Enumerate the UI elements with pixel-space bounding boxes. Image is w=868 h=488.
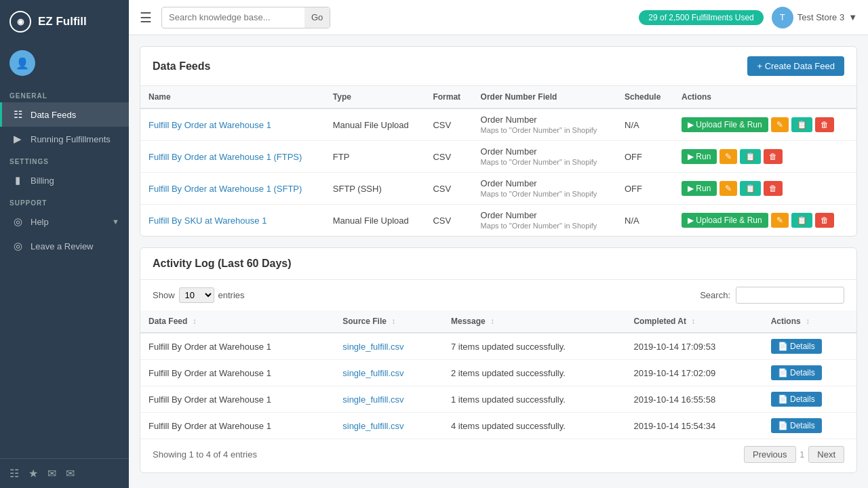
delete-button[interactable]: 🗑 (815, 117, 834, 132)
col-actions[interactable]: Actions ↕ (763, 310, 856, 333)
sidebar-item-running-fulfillments[interactable]: ▶ Running Fulfillments (0, 127, 129, 151)
feed-name-link[interactable]: Fulfill By Order at Warehouse 1 (SFTP) (149, 184, 302, 194)
bottom-icons: ☷ ★ ✉ ✉ (0, 458, 129, 488)
activity-feed: Fulfill By Order at Warehouse 1 (140, 413, 334, 439)
sidebar-item-leave-review[interactable]: ◎ Leave a Review (0, 234, 129, 258)
show-entries: Show 10 25 50 100 entries (153, 287, 245, 303)
copy-button[interactable]: 📋 (791, 213, 812, 228)
fulfillment-badge: 29 of 2,500 Fulfillments Used (639, 10, 763, 25)
feed-format: CSV (425, 141, 472, 173)
activity-actions: 📄 Details (763, 360, 856, 386)
action-buttons: ▶ Run ✎ 📋 🗑 (682, 181, 848, 196)
store-selector[interactable]: T Test Store 3 ▼ (772, 7, 857, 28)
col-data-feed[interactable]: Data Feed ↕ (140, 310, 334, 333)
col-source-file[interactable]: Source File ↕ (334, 310, 443, 333)
feed-actions: ▶ Upload File & Run ✎ 📋 🗑 (673, 205, 856, 237)
copy-button[interactable]: 📋 (791, 117, 812, 132)
activity-message: 7 items updated successfully. (443, 333, 625, 360)
upload-run-button[interactable]: ▶ Upload File & Run (682, 213, 768, 228)
next-button[interactable]: Next (808, 446, 844, 463)
details-button[interactable]: 📄 Details (771, 418, 822, 433)
table-row: Fulfill By Order at Warehouse 1 (FTPS) F… (140, 141, 856, 173)
feed-type: SFTP (SSH) (325, 173, 425, 205)
feed-name-link[interactable]: Fulfill By Order at Warehouse 1 (149, 120, 271, 130)
run-button[interactable]: ▶ Run (682, 149, 717, 164)
feed-schedule: OFF (616, 173, 673, 205)
feed-actions: ▶ Run ✎ 📋 🗑 (673, 173, 856, 205)
activity-log-card: Activity Log (Last 60 Days) Show 10 25 5… (140, 247, 857, 473)
feed-order-field: Order NumberMaps to "Order Number" in Sh… (473, 205, 616, 237)
search-label: Search: (700, 290, 730, 300)
star-icon: ◎ (12, 240, 24, 252)
details-button[interactable]: 📄 Details (771, 392, 822, 407)
source-file-link[interactable]: single_fulfill.csv (342, 394, 403, 405)
source-file-link[interactable]: single_fulfill.csv (342, 368, 403, 378)
page-separator: 1 (799, 450, 806, 460)
details-button[interactable]: 📄 Details (771, 339, 822, 354)
feed-order-field: Order NumberMaps to "Order Number" in Sh… (473, 173, 616, 205)
activity-actions: 📄 Details (763, 386, 856, 413)
activity-message: 2 items updated successfully. (443, 360, 625, 386)
activity-completed: 2019-10-14 17:09:53 (625, 333, 762, 360)
sort-icon: ↕ (691, 317, 695, 326)
grid-icon: ☷ (12, 108, 24, 121)
edit-button[interactable]: ✎ (771, 213, 789, 228)
source-file-link[interactable]: single_fulfill.csv (342, 421, 403, 431)
sidebar-item-data-feeds[interactable]: ☷ Data Feeds (0, 102, 129, 127)
delete-button[interactable]: 🗑 (815, 213, 834, 228)
edit-button[interactable]: ✎ (719, 181, 737, 196)
feed-name: Fulfill By Order at Warehouse 1 (SFTP) (140, 173, 325, 205)
pagination-info: Showing 1 to 4 of 4 entries (153, 449, 257, 460)
activity-completed: 2019-10-14 16:55:58 (625, 386, 762, 413)
send-bottom-icon[interactable]: ✉ (47, 467, 56, 480)
sidebar-item-help[interactable]: ◎ Help ▼ (0, 209, 129, 234)
create-data-feed-button[interactable]: + Create Data Feed (747, 56, 844, 76)
feed-name-link[interactable]: Fulfill By Order at Warehouse 1 (FTPS) (149, 152, 302, 162)
grid-bottom-icon[interactable]: ☷ (9, 467, 19, 480)
search-button[interactable]: Go (304, 7, 330, 28)
entries-label: entries (218, 290, 245, 300)
feed-name-link[interactable]: Fulfill By SKU at Warehouse 1 (149, 216, 267, 226)
sort-icon: ↕ (193, 317, 197, 326)
activity-table: Data Feed ↕ Source File ↕ Message ↕ Comp… (140, 310, 856, 439)
star-bottom-icon[interactable]: ★ (28, 467, 38, 480)
activity-feed: Fulfill By Order at Warehouse 1 (140, 360, 334, 386)
mail-bottom-icon[interactable]: ✉ (66, 467, 75, 480)
run-button[interactable]: ▶ Run (682, 181, 717, 196)
content-area: Data Feeds + Create Data Feed Name Type … (129, 35, 868, 488)
col-message[interactable]: Message ↕ (443, 310, 625, 333)
source-file-link[interactable]: single_fulfill.csv (342, 342, 403, 352)
activity-source: single_fulfill.csv (334, 386, 443, 413)
settings-section-label: SETTINGS (0, 151, 129, 168)
delete-button[interactable]: 🗑 (764, 149, 783, 164)
sort-icon: ↕ (806, 317, 810, 326)
sidebar-item-label: Leave a Review (31, 241, 94, 251)
activity-source: single_fulfill.csv (334, 360, 443, 386)
previous-button[interactable]: Previous (744, 446, 796, 463)
store-name: Test Store 3 (797, 12, 844, 22)
sidebar-item-billing[interactable]: ▮ Billing (0, 168, 129, 192)
entries-select[interactable]: 10 25 50 100 (179, 287, 214, 303)
search-input[interactable] (162, 12, 304, 22)
col-type: Type (325, 86, 425, 108)
activity-completed: 2019-10-14 15:54:34 (625, 413, 762, 439)
delete-button[interactable]: 🗑 (764, 181, 783, 196)
col-completed-at[interactable]: Completed At ↕ (625, 310, 762, 333)
support-section-label: SUPPORT (0, 192, 129, 209)
edit-button[interactable]: ✎ (771, 117, 789, 132)
show-label: Show (153, 290, 175, 300)
activity-source: single_fulfill.csv (334, 333, 443, 360)
hamburger-icon[interactable]: ☰ (140, 9, 152, 26)
activity-source: single_fulfill.csv (334, 413, 443, 439)
feed-name: Fulfill By SKU at Warehouse 1 (140, 205, 325, 237)
activity-search-input[interactable] (736, 287, 844, 304)
edit-button[interactable]: ✎ (719, 149, 737, 164)
copy-button[interactable]: 📋 (740, 181, 761, 196)
copy-button[interactable]: 📋 (740, 149, 761, 164)
activity-message: 1 items updated successfully. (443, 386, 625, 413)
feed-actions: ▶ Run ✎ 📋 🗑 (673, 141, 856, 173)
feed-schedule: OFF (616, 141, 673, 173)
upload-run-button[interactable]: ▶ Upload File & Run (682, 117, 768, 132)
details-button[interactable]: 📄 Details (771, 365, 822, 380)
table-row: Fulfill By SKU at Warehouse 1 Manual Fil… (140, 205, 856, 237)
